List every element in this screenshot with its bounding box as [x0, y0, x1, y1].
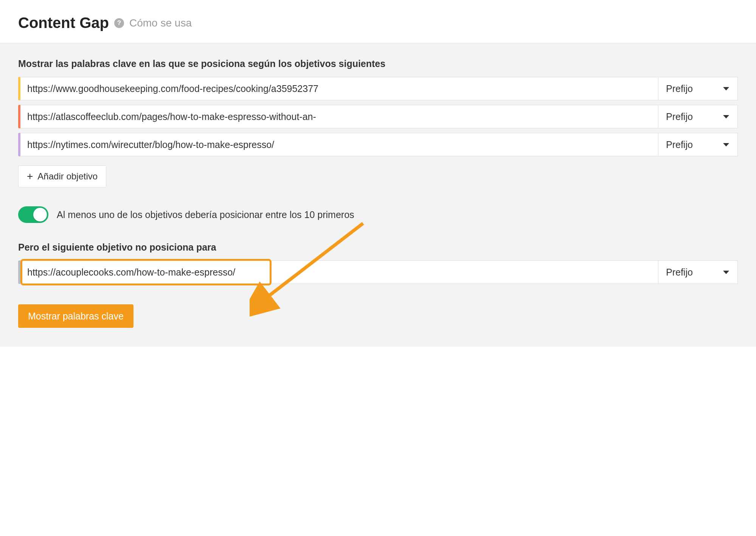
target-mode-select[interactable]: Prefijo: [658, 105, 738, 128]
exclude-row: Prefijo: [18, 260, 738, 284]
chevron-down-icon: [723, 87, 729, 90]
target-row: Prefijo: [18, 105, 738, 128]
exclude-section-label: Pero el siguiente objetivo no posiciona …: [18, 242, 738, 253]
target-url-input[interactable]: [20, 105, 658, 128]
add-target-label: Añadir objetivo: [37, 171, 98, 182]
target-url-input[interactable]: [20, 133, 658, 156]
mode-select-label: Prefijo: [666, 267, 693, 278]
mode-select-label: Prefijo: [666, 111, 693, 122]
chevron-down-icon: [723, 271, 729, 274]
plus-icon: +: [27, 171, 33, 182]
target-mode-select[interactable]: Prefijo: [658, 133, 738, 156]
target-url-input[interactable]: [20, 77, 658, 100]
target-row: Prefijo: [18, 133, 738, 156]
add-target-button[interactable]: + Añadir objetivo: [18, 165, 106, 187]
help-icon[interactable]: ?: [114, 18, 124, 28]
chevron-down-icon: [723, 115, 729, 118]
toggle-knob: [33, 208, 47, 221]
toggle-row: Al menos uno de los objetivos debería po…: [18, 206, 738, 223]
targets-section-label: Mostrar las palabras clave en las que se…: [18, 58, 738, 69]
help-text[interactable]: Cómo se usa: [129, 17, 192, 29]
mode-select-label: Prefijo: [666, 139, 693, 150]
content-area: Mostrar las palabras clave en las que se…: [0, 43, 756, 347]
show-keywords-button[interactable]: Mostrar palabras clave: [18, 304, 134, 328]
exclude-url-input[interactable]: [20, 260, 658, 284]
target-row: Prefijo: [18, 77, 738, 100]
top10-toggle[interactable]: [18, 206, 48, 223]
exclude-mode-select[interactable]: Prefijo: [658, 260, 738, 284]
toggle-label: Al menos uno de los objetivos debería po…: [57, 209, 354, 220]
page-title: Content Gap: [18, 14, 109, 31]
mode-select-label: Prefijo: [666, 83, 693, 94]
page-header: Content Gap ? Cómo se usa: [0, 0, 756, 43]
target-mode-select[interactable]: Prefijo: [658, 77, 738, 100]
chevron-down-icon: [723, 143, 729, 146]
